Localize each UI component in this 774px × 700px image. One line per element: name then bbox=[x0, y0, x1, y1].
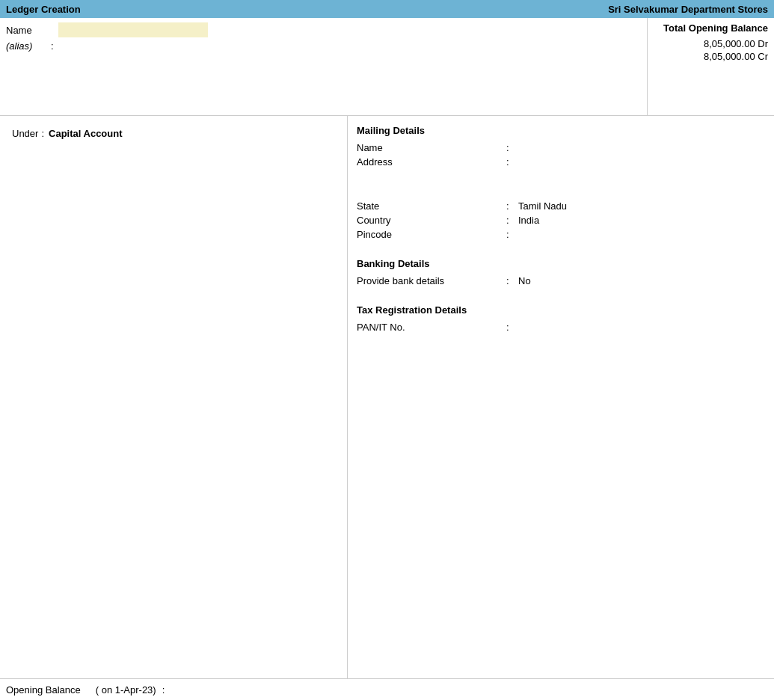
top-left-area: Name (alias) : bbox=[0, 18, 647, 115]
mailing-state-colon: : bbox=[506, 200, 518, 212]
mailing-country-row: Country : India bbox=[357, 215, 765, 226]
mailing-country-value: India bbox=[518, 215, 539, 226]
mailing-pincode-colon: : bbox=[506, 229, 518, 240]
mailing-state-row: State : Tamil Nadu bbox=[357, 200, 765, 212]
alias-colon: : bbox=[51, 40, 54, 52]
banking-provide-value: No bbox=[518, 275, 531, 286]
mailing-address-row: Address : bbox=[357, 156, 765, 168]
top-right-area: Total Opening Balance 8,05,000.00 Dr 8,0… bbox=[647, 18, 774, 115]
banking-provide-label: Provide bank details bbox=[357, 275, 506, 286]
mailing-state-value: Tamil Nadu bbox=[518, 200, 567, 212]
middle-right: Mailing Details Name : Address : State :… bbox=[348, 116, 774, 678]
mailing-name-label: Name bbox=[357, 142, 506, 153]
banking-provide-row: Provide bank details : No bbox=[357, 275, 765, 286]
footer-opening-label: Opening Balance bbox=[6, 684, 81, 696]
name-label: Name bbox=[6, 25, 51, 36]
mailing-country-label: Country bbox=[357, 215, 506, 226]
middle-area: Under : Capital Account Mailing Details … bbox=[0, 116, 774, 678]
under-value: Capital Account bbox=[49, 128, 122, 139]
mailing-header: Mailing Details bbox=[357, 125, 765, 136]
footer-colon: : bbox=[162, 684, 165, 696]
tax-pan-row: PAN/IT No. : bbox=[357, 322, 765, 333]
under-label: Under bbox=[12, 128, 38, 139]
name-input[interactable] bbox=[58, 22, 208, 37]
mailing-address-colon: : bbox=[506, 156, 518, 168]
name-colon bbox=[51, 25, 58, 36]
under-section: Under : Capital Account bbox=[6, 122, 341, 145]
tax-pan-label: PAN/IT No. bbox=[357, 322, 506, 333]
alias-row: (alias) : bbox=[6, 40, 641, 52]
mailing-address-label: Address bbox=[357, 156, 506, 168]
balance-cr: 8,05,000.00 Cr bbox=[654, 51, 768, 62]
header-title: Ledger Creation bbox=[6, 4, 81, 15]
total-opening-label: Total Opening Balance bbox=[654, 22, 768, 34]
alias-label: (alias) bbox=[6, 40, 51, 52]
bottom-footer: Opening Balance ( on 1-Apr-23) : bbox=[0, 678, 774, 700]
mailing-state-label: State bbox=[357, 200, 506, 212]
tax-pan-colon: : bbox=[506, 322, 518, 333]
banking-header: Banking Details bbox=[357, 258, 765, 269]
mailing-name-colon: : bbox=[506, 142, 518, 153]
mailing-pincode-row: Pincode : bbox=[357, 229, 765, 240]
under-colon: : bbox=[41, 128, 44, 139]
tax-header: Tax Registration Details bbox=[357, 304, 765, 316]
footer-date: ( on 1-Apr-23) bbox=[96, 684, 156, 696]
name-row: Name bbox=[6, 22, 641, 37]
banking-provide-colon: : bbox=[506, 275, 518, 286]
header-bar: Ledger Creation Sri Selvakumar Departmen… bbox=[0, 0, 774, 18]
mailing-name-row: Name : bbox=[357, 142, 765, 153]
mailing-country-colon: : bbox=[506, 215, 518, 226]
mailing-pincode-label: Pincode bbox=[357, 229, 506, 240]
middle-left: Under : Capital Account bbox=[0, 116, 348, 678]
balance-dr: 8,05,000.00 Dr bbox=[654, 38, 768, 49]
top-section: Name (alias) : Total Opening Balance 8,0… bbox=[0, 18, 774, 116]
header-company: Sri Selvakumar Department Stores bbox=[608, 4, 768, 15]
